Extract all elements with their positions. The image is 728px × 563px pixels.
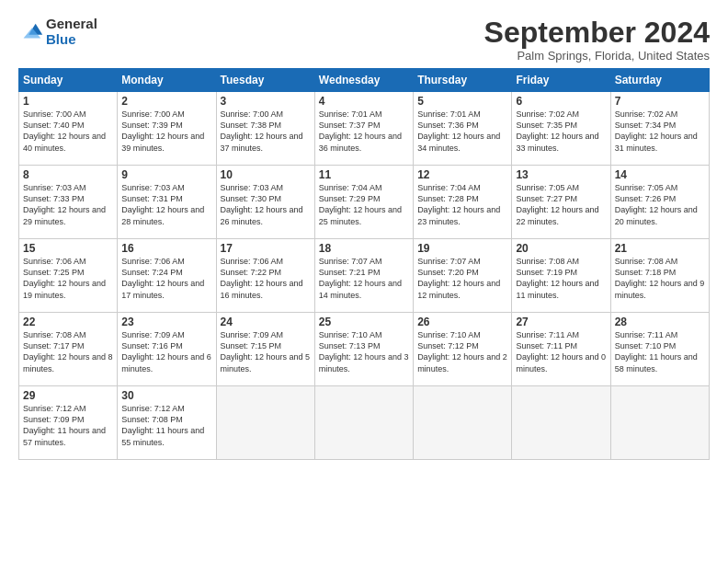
calendar-cell: 3Sunrise: 7:00 AMSunset: 7:38 PMDaylight… bbox=[216, 92, 314, 166]
day-number: 15 bbox=[23, 242, 113, 255]
calendar-cell: 24Sunrise: 7:09 AMSunset: 7:15 PMDayligh… bbox=[216, 313, 314, 386]
day-number: 6 bbox=[516, 95, 606, 108]
cell-info: Sunrise: 7:10 AMSunset: 7:13 PMDaylight:… bbox=[319, 329, 409, 374]
calendar-cell: 7Sunrise: 7:02 AMSunset: 7:34 PMDaylight… bbox=[610, 92, 709, 166]
calendar-cell: 2Sunrise: 7:00 AMSunset: 7:39 PMDaylight… bbox=[118, 92, 216, 166]
cell-info: Sunrise: 7:09 AMSunset: 7:15 PMDaylight:… bbox=[221, 329, 311, 374]
calendar-cell: 4Sunrise: 7:01 AMSunset: 7:37 PMDaylight… bbox=[314, 92, 413, 166]
cell-info: Sunrise: 7:11 AMSunset: 7:10 PMDaylight:… bbox=[615, 329, 705, 374]
calendar-cell: 26Sunrise: 7:10 AMSunset: 7:12 PMDayligh… bbox=[414, 313, 512, 386]
cell-info: Sunrise: 7:09 AMSunset: 7:16 PMDaylight:… bbox=[121, 329, 211, 374]
day-number: 1 bbox=[23, 95, 113, 108]
header: General Blue September 2024 Palm Springs… bbox=[18, 17, 710, 63]
day-number: 16 bbox=[121, 242, 211, 255]
calendar-cell: 13Sunrise: 7:05 AMSunset: 7:27 PMDayligh… bbox=[512, 166, 610, 239]
calendar-cell: 23Sunrise: 7:09 AMSunset: 7:16 PMDayligh… bbox=[118, 313, 216, 386]
col-header-sunday: Sunday bbox=[19, 69, 118, 92]
col-header-saturday: Saturday bbox=[610, 69, 709, 92]
col-header-friday: Friday bbox=[512, 69, 610, 92]
month-title: September 2024 bbox=[484, 17, 710, 49]
calendar-cell bbox=[414, 386, 512, 460]
calendar-cell bbox=[314, 386, 413, 460]
calendar-cell: 27Sunrise: 7:11 AMSunset: 7:11 PMDayligh… bbox=[512, 313, 610, 386]
cell-info: Sunrise: 7:11 AMSunset: 7:11 PMDaylight:… bbox=[516, 329, 606, 374]
cell-info: Sunrise: 7:10 AMSunset: 7:12 PMDaylight:… bbox=[417, 329, 507, 374]
logo-icon bbox=[18, 19, 44, 45]
calendar-week-0: 1Sunrise: 7:00 AMSunset: 7:40 PMDaylight… bbox=[19, 92, 710, 166]
cell-info: Sunrise: 7:00 AMSunset: 7:40 PMDaylight:… bbox=[23, 109, 113, 154]
col-header-tuesday: Tuesday bbox=[216, 69, 314, 92]
calendar-cell: 9Sunrise: 7:03 AMSunset: 7:31 PMDaylight… bbox=[118, 166, 216, 239]
day-number: 21 bbox=[615, 242, 705, 255]
day-number: 11 bbox=[319, 168, 409, 181]
cell-info: Sunrise: 7:07 AMSunset: 7:21 PMDaylight:… bbox=[319, 256, 409, 301]
cell-info: Sunrise: 7:03 AMSunset: 7:31 PMDaylight:… bbox=[121, 182, 211, 227]
calendar-cell bbox=[512, 386, 610, 460]
day-number: 22 bbox=[23, 316, 113, 328]
cell-info: Sunrise: 7:01 AMSunset: 7:36 PMDaylight:… bbox=[417, 109, 507, 154]
day-number: 25 bbox=[319, 316, 409, 328]
calendar-week-4: 29Sunrise: 7:12 AMSunset: 7:09 PMDayligh… bbox=[19, 386, 710, 460]
cell-info: Sunrise: 7:04 AMSunset: 7:29 PMDaylight:… bbox=[319, 182, 409, 227]
day-number: 18 bbox=[319, 242, 409, 255]
day-number: 17 bbox=[221, 242, 311, 255]
cell-info: Sunrise: 7:03 AMSunset: 7:33 PMDaylight:… bbox=[23, 182, 113, 227]
calendar-week-2: 15Sunrise: 7:06 AMSunset: 7:25 PMDayligh… bbox=[19, 239, 710, 313]
cell-info: Sunrise: 7:05 AMSunset: 7:26 PMDaylight:… bbox=[615, 182, 705, 227]
calendar-week-1: 8Sunrise: 7:03 AMSunset: 7:33 PMDaylight… bbox=[19, 166, 710, 239]
day-number: 27 bbox=[516, 316, 606, 328]
day-number: 10 bbox=[221, 168, 311, 181]
calendar-cell: 11Sunrise: 7:04 AMSunset: 7:29 PMDayligh… bbox=[314, 166, 413, 239]
cell-info: Sunrise: 7:12 AMSunset: 7:08 PMDaylight:… bbox=[121, 403, 211, 448]
day-number: 13 bbox=[516, 168, 606, 181]
calendar-cell: 10Sunrise: 7:03 AMSunset: 7:30 PMDayligh… bbox=[216, 166, 314, 239]
calendar-cell: 6Sunrise: 7:02 AMSunset: 7:35 PMDaylight… bbox=[512, 92, 610, 166]
calendar-cell: 25Sunrise: 7:10 AMSunset: 7:13 PMDayligh… bbox=[314, 313, 413, 386]
calendar-cell: 18Sunrise: 7:07 AMSunset: 7:21 PMDayligh… bbox=[314, 239, 413, 313]
cell-info: Sunrise: 7:07 AMSunset: 7:20 PMDaylight:… bbox=[417, 256, 507, 301]
calendar-table: SundayMondayTuesdayWednesdayThursdayFrid… bbox=[18, 68, 710, 460]
calendar-cell: 19Sunrise: 7:07 AMSunset: 7:20 PMDayligh… bbox=[414, 239, 512, 313]
cell-info: Sunrise: 7:04 AMSunset: 7:28 PMDaylight:… bbox=[417, 182, 507, 227]
calendar-cell: 15Sunrise: 7:06 AMSunset: 7:25 PMDayligh… bbox=[19, 239, 118, 313]
col-header-wednesday: Wednesday bbox=[314, 69, 413, 92]
calendar-cell: 21Sunrise: 7:08 AMSunset: 7:18 PMDayligh… bbox=[610, 239, 709, 313]
calendar-cell: 17Sunrise: 7:06 AMSunset: 7:22 PMDayligh… bbox=[216, 239, 314, 313]
cell-info: Sunrise: 7:12 AMSunset: 7:09 PMDaylight:… bbox=[23, 403, 113, 448]
calendar-cell: 20Sunrise: 7:08 AMSunset: 7:19 PMDayligh… bbox=[512, 239, 610, 313]
day-number: 19 bbox=[417, 242, 507, 255]
cell-info: Sunrise: 7:00 AMSunset: 7:39 PMDaylight:… bbox=[121, 109, 211, 154]
calendar-week-3: 22Sunrise: 7:08 AMSunset: 7:17 PMDayligh… bbox=[19, 313, 710, 386]
calendar-cell: 28Sunrise: 7:11 AMSunset: 7:10 PMDayligh… bbox=[610, 313, 709, 386]
cell-info: Sunrise: 7:01 AMSunset: 7:37 PMDaylight:… bbox=[319, 109, 409, 154]
day-number: 14 bbox=[615, 168, 705, 181]
page: General Blue September 2024 Palm Springs… bbox=[0, 0, 728, 469]
calendar-cell: 14Sunrise: 7:05 AMSunset: 7:26 PMDayligh… bbox=[610, 166, 709, 239]
logo-line1: General bbox=[46, 16, 97, 31]
day-number: 7 bbox=[615, 95, 705, 108]
day-number: 5 bbox=[417, 95, 507, 108]
cell-info: Sunrise: 7:06 AMSunset: 7:22 PMDaylight:… bbox=[221, 256, 311, 301]
day-number: 20 bbox=[516, 242, 606, 255]
cell-info: Sunrise: 7:08 AMSunset: 7:17 PMDaylight:… bbox=[23, 329, 113, 374]
day-number: 12 bbox=[417, 168, 507, 181]
day-number: 9 bbox=[121, 168, 211, 181]
day-number: 29 bbox=[23, 389, 113, 402]
calendar-cell: 16Sunrise: 7:06 AMSunset: 7:24 PMDayligh… bbox=[118, 239, 216, 313]
calendar-cell bbox=[216, 386, 314, 460]
cell-info: Sunrise: 7:02 AMSunset: 7:35 PMDaylight:… bbox=[516, 109, 606, 154]
location: Palm Springs, Florida, United States bbox=[484, 49, 710, 63]
day-number: 23 bbox=[121, 316, 211, 328]
col-header-monday: Monday bbox=[118, 69, 216, 92]
calendar-cell: 22Sunrise: 7:08 AMSunset: 7:17 PMDayligh… bbox=[19, 313, 118, 386]
cell-info: Sunrise: 7:06 AMSunset: 7:24 PMDaylight:… bbox=[121, 256, 211, 301]
logo-line2: Blue bbox=[46, 32, 97, 48]
calendar-cell: 12Sunrise: 7:04 AMSunset: 7:28 PMDayligh… bbox=[414, 166, 512, 239]
day-number: 3 bbox=[221, 95, 311, 108]
day-number: 26 bbox=[417, 316, 507, 328]
day-number: 24 bbox=[221, 316, 311, 328]
day-number: 4 bbox=[319, 95, 409, 108]
logo: General Blue bbox=[18, 17, 97, 47]
title-block: September 2024 Palm Springs, Florida, Un… bbox=[484, 17, 710, 63]
cell-info: Sunrise: 7:00 AMSunset: 7:38 PMDaylight:… bbox=[221, 109, 311, 154]
